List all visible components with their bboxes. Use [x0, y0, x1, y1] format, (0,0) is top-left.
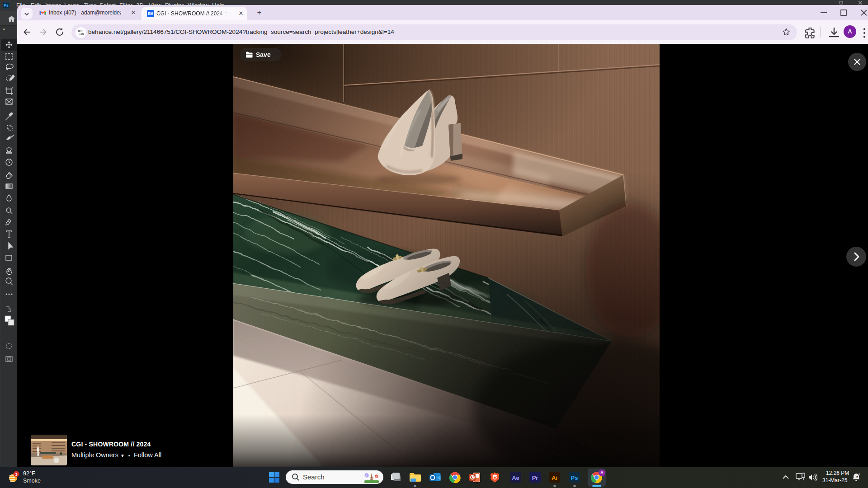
svg-text:3: 3: [15, 472, 17, 477]
svg-text:Ai: Ai: [552, 474, 557, 481]
svg-text:Pr: Pr: [532, 474, 538, 481]
svg-text:z: z: [859, 473, 860, 476]
svg-text:Ae: Ae: [512, 474, 519, 481]
svg-text:Ps: Ps: [571, 474, 578, 481]
svg-text:z: z: [856, 475, 858, 479]
